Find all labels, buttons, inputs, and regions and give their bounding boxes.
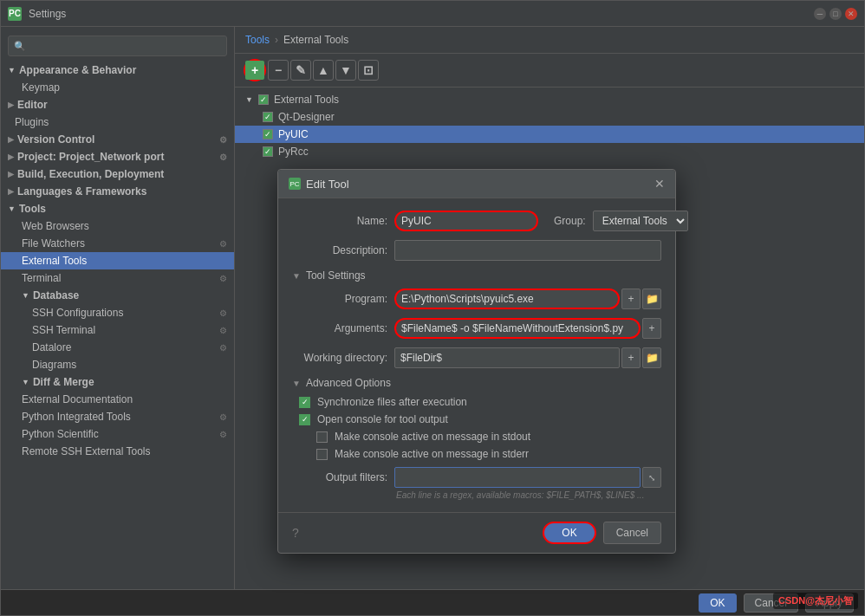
maximize-button[interactable]: □ (829, 8, 842, 20)
group-checkbox[interactable]: ✓ (258, 94, 269, 105)
ok-button[interactable]: OK (543, 522, 595, 544)
settings-window: PC Settings ─ □ ✕ 🔍 ▼ Appearance & Behav… (0, 0, 865, 616)
tool-settings-section: ▼ Tool Settings (292, 269, 661, 282)
program-plus-button[interactable]: + (621, 289, 641, 309)
sidebar-item-tools[interactable]: ▼ Tools (1, 200, 234, 217)
name-row: Name: Group: External Tools (292, 211, 661, 231)
hint-text: Each line is a regex, available macros: … (292, 490, 661, 500)
modal-icon: PC (289, 178, 301, 190)
tool-checkbox[interactable]: ✓ (263, 112, 273, 122)
output-filters-label: Output filters: (292, 471, 387, 483)
edit-button[interactable]: ✎ (290, 60, 311, 81)
sidebar-item-label: SSH Configurations (32, 307, 123, 319)
close-button[interactable]: ✕ (845, 8, 857, 20)
working-dir-plus-button[interactable]: + (621, 347, 641, 368)
sidebar-item-python-integrated-tools[interactable]: Python Integrated Tools ⚙ (1, 408, 234, 425)
sidebar-item-datalore[interactable]: Datalore ⚙ (1, 339, 234, 356)
sidebar-item-keymap[interactable]: Keymap (1, 79, 234, 96)
remove-button[interactable]: − (268, 60, 289, 81)
breadcrumb-parent[interactable]: Tools (245, 34, 270, 46)
expand-arrow: ▼ (22, 291, 29, 300)
sidebar-item-diff-merge[interactable]: ▼ Diff & Merge (1, 373, 234, 391)
sidebar-item-ssh-terminal[interactable]: SSH Terminal ⚙ (1, 321, 234, 339)
description-input[interactable] (394, 240, 661, 261)
program-input[interactable] (394, 289, 620, 309)
filters-expand-button[interactable]: ⤡ (642, 467, 661, 488)
active-stdout-row: Make console active on message in stdout (292, 431, 661, 443)
arguments-input[interactable] (394, 318, 641, 339)
sidebar-item-build[interactable]: ▶ Build, Execution, Deployment (1, 165, 234, 183)
sidebar-item-web-browsers[interactable]: Web Browsers (1, 217, 234, 235)
minimize-button[interactable]: ─ (814, 8, 826, 20)
copy-button[interactable]: ⊡ (358, 60, 379, 81)
tool-checkbox[interactable]: ✓ (263, 146, 273, 157)
search-box[interactable]: 🔍 (8, 36, 227, 56)
icon-badge: ⚙ (219, 239, 227, 249)
help-button[interactable]: ? (292, 526, 299, 540)
description-label: Description: (292, 244, 387, 256)
title-bar: PC Settings ─ □ ✕ (1, 1, 864, 27)
open-console-checkbox[interactable] (299, 414, 310, 425)
sidebar-item-remote-ssh[interactable]: Remote SSH External Tools (1, 443, 234, 460)
sidebar-item-plugins[interactable]: Plugins (1, 113, 234, 131)
tool-checkbox[interactable]: ✓ (263, 129, 273, 139)
group-select[interactable]: External Tools (593, 211, 688, 231)
sidebar-item-terminal[interactable]: Terminal ⚙ (1, 269, 234, 287)
add-button[interactable]: + (244, 59, 266, 81)
sidebar-item-appearance[interactable]: ▼ Appearance & Behavior (1, 62, 234, 79)
sidebar-item-database[interactable]: ▼ Database (1, 287, 234, 304)
cancel-button[interactable]: Cancel (603, 522, 661, 544)
tool-item-qt-designer[interactable]: ✓ Qt-Designer (235, 108, 864, 126)
sidebar-item-label: Diagrams (32, 359, 76, 371)
active-stderr-checkbox[interactable] (316, 449, 328, 460)
name-input[interactable] (394, 211, 538, 231)
tool-group: ▼ ✓ External Tools (235, 91, 864, 108)
working-dir-folder-button[interactable]: 📁 (642, 347, 661, 368)
arguments-row: Arguments: + (292, 318, 661, 339)
sidebar-item-label: Remote SSH External Tools (22, 445, 151, 457)
tool-name: PyRcc (278, 146, 309, 158)
name-label: Name: (292, 215, 387, 227)
active-stdout-checkbox[interactable] (316, 431, 328, 443)
sidebar-item-file-watchers[interactable]: File Watchers ⚙ (1, 235, 234, 252)
sidebar-item-label: Web Browsers (22, 220, 89, 232)
group-label: External Tools (274, 94, 339, 106)
sidebar-item-external-tools[interactable]: External Tools (1, 252, 234, 269)
main-content: 🔍 ▼ Appearance & Behavior Keymap ▶ Edito… (1, 27, 864, 589)
tool-item-pyuic[interactable]: ✓ PyUIC (235, 126, 864, 143)
sidebar-item-python-scientific[interactable]: Python Scientific ⚙ (1, 425, 234, 443)
program-row: Program: + 📁 (292, 289, 661, 309)
open-console-label: Open console for tool output (317, 413, 448, 425)
sidebar: 🔍 ▼ Appearance & Behavior Keymap ▶ Edito… (1, 27, 235, 589)
working-dir-input[interactable] (394, 347, 620, 368)
icon-badge: ⚙ (219, 326, 227, 335)
sidebar-item-languages[interactable]: ▶ Languages & Frameworks (1, 183, 234, 200)
search-input[interactable] (29, 40, 221, 52)
advanced-options-section: ▼ Advanced Options (292, 377, 661, 389)
app-icon: PC (8, 7, 22, 21)
icon-badge: ⚙ (219, 430, 227, 439)
sidebar-item-version-control[interactable]: ▶ Version Control ⚙ (1, 131, 234, 148)
sidebar-item-project[interactable]: ▶ Project: Project_Network port ⚙ (1, 148, 234, 165)
sidebar-item-label: Keymap (22, 81, 60, 94)
move-up-button[interactable]: ▲ (313, 60, 334, 81)
sidebar-item-label: External Documentation (22, 393, 133, 405)
sync-files-checkbox[interactable] (299, 397, 310, 408)
program-folder-button[interactable]: 📁 (642, 289, 661, 309)
tool-item-pyrcc[interactable]: ✓ PyRcc (235, 143, 864, 160)
expand-arrow: ▼ (22, 378, 29, 386)
modal-close-button[interactable]: ✕ (654, 177, 665, 191)
sidebar-item-editor[interactable]: ▶ Editor (1, 96, 234, 113)
expand-arrow: ▼ (245, 95, 253, 104)
output-filters-input[interactable] (394, 467, 641, 488)
section-arrow[interactable]: ▼ (292, 271, 301, 281)
bottom-ok-button[interactable]: OK (699, 593, 736, 613)
sidebar-item-diagrams[interactable]: Diagrams (1, 356, 234, 373)
sidebar-item-external-documentation[interactable]: External Documentation (1, 391, 234, 408)
arguments-plus-button[interactable]: + (642, 318, 661, 339)
sidebar-item-ssh-configurations[interactable]: SSH Configurations ⚙ (1, 304, 234, 321)
breadcrumb-current: External Tools (283, 34, 348, 46)
move-down-button[interactable]: ▼ (335, 60, 356, 81)
advanced-arrow[interactable]: ▼ (292, 379, 301, 388)
sync-files-label: Synchronize files after execution (317, 396, 467, 408)
